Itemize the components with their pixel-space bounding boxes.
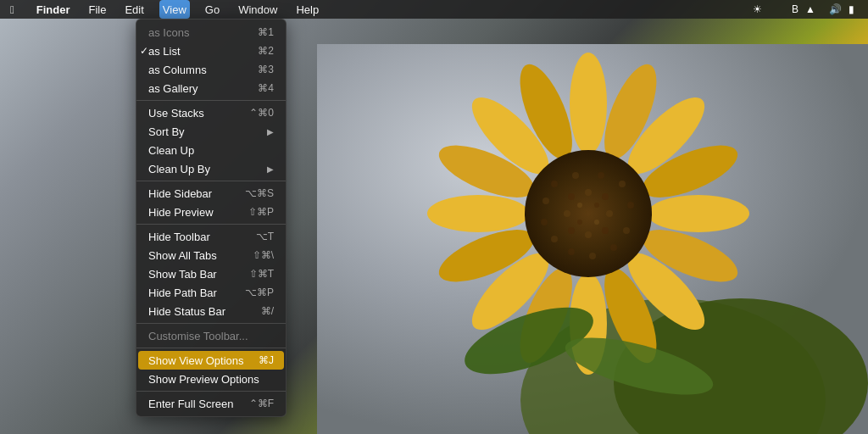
menu-separator [136,224,286,225]
menu-item-shortcut-use-stacks: ⌃⌘0 [249,107,274,119]
svg-point-24 [602,227,609,234]
menu-item-show-tab-bar[interactable]: Show Tab Bar⇧⌘T [136,264,286,283]
menu-item-shortcut-hide-sidebar: ⌥⌘S [245,187,274,199]
svg-point-44 [542,198,549,204]
svg-point-25 [585,231,592,238]
menu-item-shortcut-enter-full-screen: ⌃⌘F [249,398,274,409]
menu-item-show-all-tabs[interactable]: Show All Tabs⇧⌘\ [136,246,286,264]
menu-item-hide-status-bar[interactable]: Hide Status Bar⌘/ [136,302,286,320]
svg-point-31 [577,220,582,225]
svg-point-38 [623,227,630,234]
svg-point-22 [602,193,609,200]
menu-item-label-enter-full-screen: Enter Full Screen [148,398,249,410]
menu-item-label-hide-path-bar: Hide Path Bar [148,287,245,299]
menu-item-shortcut-hide-status-bar: ⌘/ [261,305,274,317]
menu-window[interactable]: Window [235,0,281,19]
menu-item-label-sort-by: Sort By [148,125,267,138]
menu-file[interactable]: File [85,0,109,19]
bluetooth-icon: B [789,3,798,15]
svg-point-20 [568,193,575,200]
menu-item-hide-preview[interactable]: Hide Preview⇧⌘P [136,203,286,221]
menu-item-as-columns[interactable]: as Columns⌘3 [136,60,286,79]
menu-item-as-gallery[interactable]: as Gallery⌘4 [136,79,286,97]
menu-item-label-as-list: as List [148,45,258,58]
menu-item-label-as-icons: as Icons [148,26,258,39]
menu-item-hide-sidebar[interactable]: Hide Sidebar⌥⌘S [136,184,286,203]
menu-finder[interactable]: Finder [33,0,74,19]
menu-item-hide-toolbar[interactable]: Hide Toolbar⌥T [136,227,286,246]
desktop-image [317,44,868,434]
menu-item-as-icons: as Icons⌘1 [136,23,286,42]
menu-item-label-hide-sidebar: Hide Sidebar [148,187,245,200]
menu-item-hide-path-bar[interactable]: Hide Path Bar⌥⌘P [136,283,286,302]
menu-separator [136,323,286,324]
menubar:  Finder File Edit View Go Window Help ☀… [0,0,868,19]
svg-point-28 [577,203,582,208]
menu-item-label-clean-up-by: Clean Up By [148,163,267,175]
svg-point-23 [606,210,613,217]
menu-item-enter-full-screen[interactable]: Enter Full Screen⌃⌘F [136,394,286,413]
svg-point-33 [551,181,558,187]
desktop-background [0,0,868,434]
menu-item-use-stacks[interactable]: Use Stacks⌃⌘0 [136,103,286,122]
svg-point-29 [594,203,599,208]
svg-point-40 [589,253,596,259]
menu-item-clean-up-by[interactable]: Clean Up By▶ [136,159,286,178]
wifi-icon: ▲ [805,3,815,15]
menu-separator [136,391,286,392]
menu-item-shortcut-as-gallery: ⌘4 [258,82,274,94]
menu-item-label-customise-toolbar: Customise Toolbar... [148,330,274,342]
svg-point-26 [568,227,575,234]
svg-point-32 [586,211,591,216]
menu-item-label-hide-status-bar: Hide Status Bar [148,305,261,318]
menu-item-shortcut-show-tab-bar: ⇧⌘T [249,268,274,280]
menu-item-show-preview-options[interactable]: Show Preview Options [136,370,286,388]
svg-point-15 [427,195,529,232]
menubar-right: ☀ B ▲ 🔊 ▮ [753,3,861,15]
menu-item-shortcut-hide-toolbar: ⌥T [256,231,274,242]
menu-item-shortcut-as-icons: ⌘1 [258,26,274,38]
svg-point-30 [594,220,599,225]
menubar-left:  Finder File Edit View Go Window Help [7,0,322,19]
svg-point-36 [619,181,626,187]
menu-help[interactable]: Help [292,0,322,19]
menu-separator [136,100,286,101]
svg-point-42 [551,236,558,242]
menu-item-as-list[interactable]: as List⌘2 [136,42,286,60]
menu-edit[interactable]: Edit [121,0,147,19]
volume-icon: 🔊 [829,3,842,15]
menu-item-shortcut-show-view-options: ⌘J [259,354,274,366]
submenu-arrow-icon: ▶ [267,127,274,136]
svg-point-34 [572,172,579,179]
svg-point-39 [610,244,617,251]
menu-item-label-hide-toolbar: Hide Toolbar [148,231,256,243]
menu-view[interactable]: View [159,0,190,19]
submenu-arrow-icon: ▶ [267,164,274,174]
menu-item-shortcut-as-columns: ⌘3 [258,64,274,75]
svg-point-41 [568,248,575,255]
battery-icon: ▮ [849,3,854,15]
menu-item-label-show-view-options: Show View Options [148,354,259,367]
svg-point-27 [564,210,570,217]
svg-point-37 [627,202,634,209]
menu-item-label-clean-up: Clean Up [148,144,274,157]
brightness-icon: ☀ [753,3,762,15]
menu-item-show-view-options[interactable]: Show View Options⌘J [138,351,284,370]
menu-item-label-show-preview-options: Show Preview Options [148,373,274,386]
svg-point-3 [570,53,607,154]
menu-item-label-hide-preview: Hide Preview [148,206,248,219]
menu-item-clean-up[interactable]: Clean Up [136,141,286,159]
menu-item-label-use-stacks: Use Stacks [148,107,249,120]
menu-item-label-show-all-tabs: Show All Tabs [148,249,253,262]
svg-point-21 [585,189,592,196]
menu-item-shortcut-show-all-tabs: ⇧⌘\ [253,249,274,261]
menu-item-label-as-gallery: as Gallery [148,82,258,95]
menu-go[interactable]: Go [202,0,223,19]
menu-item-label-as-columns: as Columns [148,64,258,76]
svg-point-7 [648,195,749,232]
menu-item-sort-by[interactable]: Sort By▶ [136,122,286,141]
svg-point-43 [541,219,548,225]
apple-menu[interactable]:  [7,0,18,19]
svg-point-35 [598,172,604,179]
menu-item-customise-toolbar: Customise Toolbar... [136,326,286,345]
